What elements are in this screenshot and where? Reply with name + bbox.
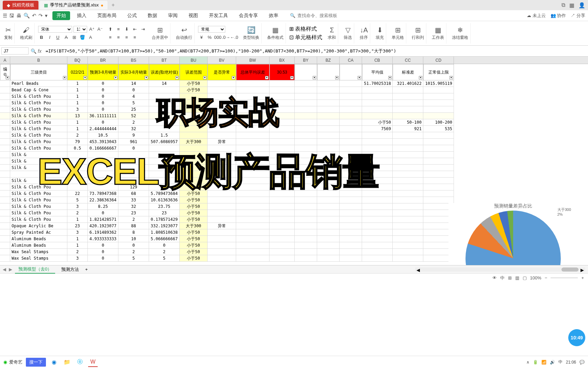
cell[interactable] xyxy=(340,171,362,178)
cell[interactable] xyxy=(340,87,362,93)
cell[interactable] xyxy=(0,203,10,210)
cell[interactable] xyxy=(362,197,393,203)
cell[interactable] xyxy=(10,171,67,178)
cell[interactable] xyxy=(295,152,317,158)
cell[interactable]: 6.191489362 xyxy=(88,229,118,236)
tab-view[interactable]: 视图 xyxy=(184,11,202,20)
cell[interactable]: 小于50 xyxy=(180,203,208,210)
cell[interactable]: 8.25 xyxy=(88,203,118,210)
cell[interactable] xyxy=(0,113,10,119)
cell[interactable] xyxy=(340,126,362,132)
cell[interactable]: 1015.905119 xyxy=(423,80,454,87)
cell[interactable]: 420.1923077 xyxy=(88,223,118,229)
cell[interactable] xyxy=(270,236,295,242)
cell[interactable]: 73.78947368 xyxy=(88,190,118,197)
cell[interactable] xyxy=(423,171,454,178)
table-row[interactable]: Silk & Cloth Pou3025 xyxy=(0,106,588,113)
cell[interactable] xyxy=(0,158,10,165)
decrease-font-icon[interactable]: A⁻ xyxy=(97,26,103,33)
cell[interactable] xyxy=(270,132,295,139)
cell[interactable] xyxy=(149,113,180,119)
zoom-level[interactable]: 100% xyxy=(530,275,541,280)
cell[interactable] xyxy=(67,158,88,165)
currency-icon[interactable]: ¥ xyxy=(198,34,205,41)
cell[interactable] xyxy=(270,203,295,210)
cell[interactable]: 0 xyxy=(88,93,118,100)
border-icon[interactable]: ⊞ xyxy=(71,34,78,41)
preview-icon[interactable]: 🔍 xyxy=(23,13,30,19)
cell[interactable] xyxy=(0,80,10,87)
cell[interactable] xyxy=(340,93,362,100)
cell[interactable]: Silk & xyxy=(10,178,67,184)
cell[interactable] xyxy=(317,139,340,145)
cell[interactable] xyxy=(393,87,423,93)
cell[interactable] xyxy=(423,106,454,113)
cell[interactable] xyxy=(0,126,10,132)
cell[interactable] xyxy=(270,152,295,158)
cell[interactable] xyxy=(208,132,236,139)
cell[interactable]: Wax Seal Stamps xyxy=(10,249,67,255)
cell[interactable] xyxy=(0,190,10,197)
cell[interactable] xyxy=(317,171,340,178)
cell[interactable] xyxy=(362,171,393,178)
cell[interactable] xyxy=(362,178,393,184)
table-row[interactable]: Silk & Cloth Pou105 xyxy=(0,100,588,106)
cell[interactable]: 0.166666667 xyxy=(88,145,118,152)
cell[interactable]: 100-200 xyxy=(423,119,454,126)
cell[interactable] xyxy=(340,100,362,106)
cell[interactable] xyxy=(295,249,317,255)
cell[interactable] xyxy=(362,93,393,100)
filter-icon[interactable]: ▾ xyxy=(450,76,453,79)
col-A[interactable]: A xyxy=(0,57,10,64)
cell[interactable] xyxy=(270,87,295,93)
cell[interactable] xyxy=(423,152,454,158)
fill-color-icon[interactable]: 🪣 xyxy=(79,34,86,41)
filter-icon[interactable]: ▾ xyxy=(114,76,117,79)
cell[interactable] xyxy=(295,165,317,171)
undo-icon[interactable]: ↶ xyxy=(32,13,36,19)
increase-font-icon[interactable]: A⁺ xyxy=(88,26,95,33)
cell[interactable] xyxy=(208,203,236,210)
tray-up-icon[interactable]: ∧ xyxy=(526,360,529,365)
cell[interactable]: Opaque Acrylic Be xyxy=(10,223,67,229)
align-mid-icon[interactable]: ≡ xyxy=(115,26,122,33)
cell[interactable] xyxy=(208,197,236,203)
explorer-icon[interactable]: 📁 xyxy=(62,357,72,367)
cell[interactable] xyxy=(362,190,393,197)
cell[interactable]: Silk & Cloth Pou xyxy=(10,93,67,100)
cell[interactable] xyxy=(317,158,340,165)
ie-icon[interactable]: ⓔ xyxy=(75,357,85,367)
cell[interactable] xyxy=(149,145,180,152)
hdr-A[interactable]: 编号▾ xyxy=(0,64,10,80)
col-BU[interactable]: BU xyxy=(180,57,208,64)
cell[interactable]: 小于50 xyxy=(180,229,208,236)
cell[interactable]: 32 xyxy=(118,203,149,210)
cell[interactable]: 小于50 xyxy=(180,255,208,262)
print-icon[interactable]: 🖶 xyxy=(16,13,21,18)
cell[interactable] xyxy=(236,152,270,158)
cell[interactable] xyxy=(423,93,454,100)
cell[interactable] xyxy=(393,223,423,229)
cell[interactable] xyxy=(208,158,236,165)
table-row[interactable]: Silk & Cloth Pou2273.78947368685.7894736… xyxy=(0,190,588,197)
cell[interactable] xyxy=(362,249,393,255)
view-pagebreak-icon[interactable]: ▢ xyxy=(523,275,527,280)
cell[interactable]: 129 xyxy=(118,184,149,190)
table-row[interactable]: Bead Cap & Cone100小于50 xyxy=(0,87,588,93)
hdr-BT[interactable]: 误差(取绝对值)▾ xyxy=(149,64,180,80)
cell[interactable]: 10.5 xyxy=(88,132,118,139)
sheet-nav-next[interactable]: ▶ xyxy=(9,267,12,272)
cell[interactable]: 异常 xyxy=(208,223,236,229)
cell[interactable] xyxy=(317,80,340,87)
cell[interactable] xyxy=(0,223,10,229)
cell[interactable] xyxy=(393,106,423,113)
cell[interactable] xyxy=(423,132,454,139)
cell[interactable] xyxy=(0,249,10,255)
number-format-select[interactable]: 常规 xyxy=(198,26,225,33)
cell[interactable] xyxy=(393,229,423,236)
cell[interactable]: Silk & Cloth Pou xyxy=(10,184,67,190)
search-input[interactable] xyxy=(297,13,359,18)
cell[interactable]: 小于50 xyxy=(180,197,208,203)
zoom-out-icon[interactable]: 🔍 xyxy=(31,48,36,54)
cell[interactable] xyxy=(423,139,454,145)
